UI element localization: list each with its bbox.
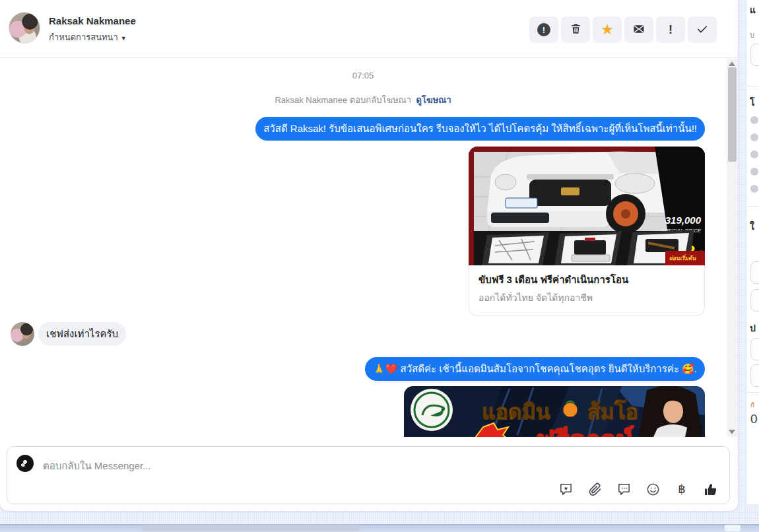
sidebar-icon-clipped[interactable]: [750, 168, 758, 176]
thumbs-up-icon[interactable]: [703, 481, 719, 497]
contact-avatar[interactable]: [9, 12, 40, 44]
ad-link-card[interactable]: ขับฟรี 3 เดือน ฟรีค่าดำเนินการโอน ออกได้…: [469, 265, 705, 316]
composer-toolbar: ฿: [558, 481, 719, 497]
comment-icon[interactable]: [616, 481, 632, 497]
delete-button[interactable]: [561, 17, 590, 43]
sidebar-button-clipped[interactable]: [750, 261, 759, 284]
contact-avatar-small: [11, 322, 34, 346]
scroll-down-arrow-icon[interactable]: [729, 430, 735, 434]
mark-important-button[interactable]: !: [656, 17, 685, 43]
star-icon: ★: [601, 22, 614, 37]
emoji-icon[interactable]: [645, 481, 661, 497]
sidebar-icon-clipped[interactable]: [750, 185, 758, 193]
sidebar-fragment: โ: [750, 95, 755, 110]
report-button[interactable]: !: [529, 17, 558, 43]
ad-attachment[interactable]: 319,000 SPECIAL PRICE โปรโมชั่น ขับฟรี 3…: [469, 147, 705, 316]
bottom-bar: [0, 524, 759, 532]
chat-panel: Raksak Nakmanee กำหนดการสนทนา▼ ! ★: [0, 0, 738, 511]
chat-scrollbar[interactable]: [727, 59, 738, 437]
sidebar-icon-clipped[interactable]: [750, 150, 758, 158]
outgoing-message[interactable]: สวัสดี Raksak! รับข้อเสนอพิเศษก่อนใคร รี…: [255, 117, 705, 141]
ad-card-title: ขับฟรี 3 เดือน ฟรีค่าดำเนินการโอน: [478, 272, 695, 288]
sidebar-button-clipped[interactable]: [750, 338, 759, 360]
sidebar-fragment: ป: [750, 321, 756, 335]
check-icon: [696, 22, 709, 38]
bottom-bar-button: [725, 525, 741, 531]
divider: [747, 392, 759, 393]
trash-icon: [570, 22, 582, 37]
ad-price: 319,000: [665, 215, 702, 226]
ad-context-text: Raksak Nakmanee ตอบกลับโฆษณา: [275, 95, 411, 105]
sidebar-input-clipped[interactable]: [750, 44, 759, 66]
ad-card-subtitle: ออกได้ทั่วไทย จัดได้ทุกอาชีพ: [478, 290, 695, 305]
schedule-label: กำหนดการสนทนา: [49, 32, 118, 42]
scroll-up-arrow-icon[interactable]: [729, 61, 735, 66]
view-ad-link[interactable]: ดูโฆษณา: [416, 95, 451, 105]
sidebar-count: 0: [750, 412, 758, 426]
conversation-schedule-menu[interactable]: กำหนดการสนทนา▼: [49, 30, 127, 44]
timestamp: 07:05: [0, 71, 726, 81]
divider: [747, 86, 759, 86]
contact-name: Raksak Nakmanee: [49, 15, 136, 26]
mark-done-button[interactable]: [688, 17, 717, 43]
ad-context-row: Raksak Nakmanee ตอบกลับโฆษณา ดูโฆษณา: [0, 93, 726, 107]
scrollbar-thumb[interactable]: [728, 67, 737, 162]
divider: [747, 206, 759, 207]
banner-word2: ส้มโอ: [587, 399, 638, 424]
banner-word1: แอดมิน: [482, 400, 550, 424]
header-action-bar: ! ★ !: [529, 17, 717, 43]
report-icon: !: [537, 23, 550, 36]
envelope-icon: [632, 22, 645, 38]
details-sidebar-clipped: แ บ โ ใ ป กั 0: [747, 0, 759, 504]
page-avatar: [16, 455, 34, 472]
ad-image-truck[interactable]: 319,000 SPECIAL PRICE โปรโมชั่น ขับฟรี 3…: [469, 147, 705, 265]
saved-reply-icon[interactable]: [558, 481, 574, 497]
sidebar-button-clipped[interactable]: [750, 289, 759, 312]
sidebar-fragment: ใ: [750, 219, 754, 234]
admin-banner-image: แอดมิน ส้มโอ ฟรีดาวน์: [404, 386, 705, 437]
conversation-header: Raksak Nakmanee กำหนดการสนทนา▼ ! ★: [0, 0, 738, 58]
exclamation-icon: !: [669, 23, 673, 37]
attachment-icon[interactable]: [587, 481, 603, 497]
sidebar-fragment: บ: [750, 29, 754, 41]
sidebar-fragment: แ: [750, 3, 756, 17]
payment-baht-icon[interactable]: ฿: [674, 481, 690, 497]
sidebar-fragment: กั: [750, 400, 754, 410]
incoming-message[interactable]: เชฟส่งเท่าไรครับ: [38, 322, 126, 346]
chevron-down-icon: ▼: [121, 35, 127, 42]
sidebar-icon-clipped[interactable]: [750, 116, 758, 124]
ad-ribbon: ผ่อนเริ่มต้น: [669, 254, 696, 261]
sidebar-button-clipped[interactable]: [750, 364, 759, 387]
sidebar-icon-clipped[interactable]: [750, 133, 758, 141]
reply-composer[interactable]: ตอบกลับใน Messenger... ฿: [7, 446, 730, 504]
star-button[interactable]: ★: [593, 17, 622, 43]
message-list[interactable]: 07:05 Raksak Nakmanee ตอบกลับโฆษณา ดูโฆษ…: [0, 59, 738, 437]
admin-banner-attachment[interactable]: แอดมิน ส้มโอ ฟรีดาวน์: [404, 386, 705, 437]
mark-unread-button[interactable]: [624, 17, 653, 43]
bottom-bar-element: [142, 525, 360, 531]
banner-word3: ฟรีดาวน์: [536, 426, 634, 437]
reply-input[interactable]: ตอบกลับใน Messenger...: [43, 458, 151, 474]
outgoing-message[interactable]: 🙏❤️ สวัสดีค่ะ เช้านี้แอดมินส้มโอจากโชคคุ…: [365, 357, 705, 381]
